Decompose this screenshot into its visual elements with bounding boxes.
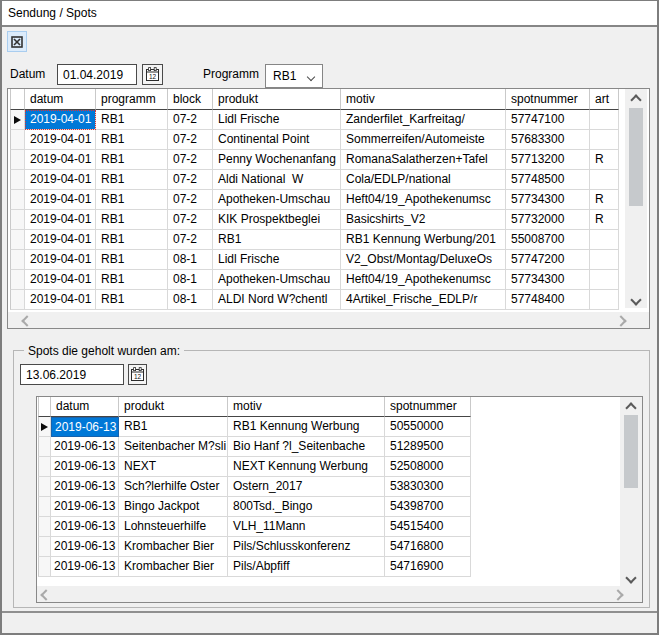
cell-motiv[interactable]: RB1 Kennung Werbung/201 xyxy=(341,230,506,250)
cell-spotnummer[interactable]: 57683300 xyxy=(506,130,590,150)
cell-produkt[interactable]: ALDI Nord W?chentl xyxy=(213,290,341,310)
table-row[interactable]: 2019-04-01 RB1 07-2 Penny Wochenanfang R… xyxy=(10,150,619,170)
table-row[interactable]: 2019-06-13 Krombacher Bier Pils/Schlussk… xyxy=(38,537,471,557)
cell-datum[interactable]: 2019-04-01 xyxy=(25,250,96,270)
cell-produkt[interactable]: Aldi National W xyxy=(213,170,341,190)
table-row[interactable]: 2019-04-01 RB1 08-1 Apotheken-Umschau He… xyxy=(10,270,619,290)
column-header-produkt[interactable]: produkt xyxy=(213,89,341,110)
cell-art[interactable] xyxy=(590,290,619,310)
cell-block[interactable]: 08-1 xyxy=(168,250,213,270)
cell-block[interactable]: 07-2 xyxy=(168,150,213,170)
row-selector[interactable] xyxy=(10,130,25,150)
cell-spotnummer[interactable]: 54716900 xyxy=(385,557,471,577)
cell-art[interactable] xyxy=(590,130,619,150)
cell-block[interactable]: 07-2 xyxy=(168,190,213,210)
cell-datum[interactable]: 2019-06-13 xyxy=(51,417,119,437)
cell-spotnummer[interactable]: 54515400 xyxy=(385,517,471,537)
column-header-art[interactable]: art xyxy=(590,89,619,110)
vertical-scrollbar[interactable] xyxy=(620,397,642,586)
cell-motiv[interactable]: 800Tsd._Bingo xyxy=(228,497,385,517)
horizontal-scrollbar[interactable] xyxy=(8,312,649,328)
datum-input[interactable] xyxy=(57,64,137,85)
cell-programm[interactable]: RB1 xyxy=(96,170,168,190)
cell-block[interactable]: 07-2 xyxy=(168,110,213,130)
geholt-calendar-button[interactable]: 12 xyxy=(128,364,147,385)
table-row[interactable]: 2019-04-01 RB1 08-1 ALDI Nord W?chentl 4… xyxy=(10,290,619,310)
cell-motiv[interactable]: Pils/Abpfiff xyxy=(228,557,385,577)
cell-datum[interactable]: 2019-06-13 xyxy=(51,437,119,457)
cell-programm[interactable]: RB1 xyxy=(96,250,168,270)
cell-datum[interactable]: 2019-06-13 xyxy=(51,537,119,557)
table-row[interactable]: 2019-06-13 Lohnsteuerhilfe VLH_11Mann 54… xyxy=(38,517,471,537)
cell-produkt[interactable]: Seitenbacher M?sli xyxy=(119,437,228,457)
row-selector-header[interactable] xyxy=(10,89,25,110)
cell-spotnummer[interactable]: 52508000 xyxy=(385,457,471,477)
cell-datum[interactable]: 2019-06-13 xyxy=(51,497,119,517)
cell-spotnummer[interactable]: 57734300 xyxy=(506,190,590,210)
cell-datum[interactable]: 2019-06-13 xyxy=(51,457,119,477)
cell-motiv[interactable]: RB1 Kennung Werbung xyxy=(228,417,385,437)
row-selector[interactable] xyxy=(38,457,51,477)
cell-produkt[interactable]: Penny Wochenanfang xyxy=(213,150,341,170)
cell-programm[interactable]: RB1 xyxy=(96,230,168,250)
cell-block[interactable]: 08-1 xyxy=(168,270,213,290)
row-selector[interactable] xyxy=(10,250,25,270)
cell-art[interactable] xyxy=(590,270,619,290)
column-header-motiv[interactable]: motiv xyxy=(228,397,385,417)
cell-motiv[interactable]: RomanaSalatherzen+Tafel xyxy=(341,150,506,170)
cell-datum[interactable]: 2019-04-01 xyxy=(25,170,96,190)
cell-produkt[interactable]: RB1 xyxy=(119,417,228,437)
row-selector[interactable] xyxy=(10,190,25,210)
cell-datum[interactable]: 2019-04-01 xyxy=(25,190,96,210)
scrollbar-thumb[interactable] xyxy=(629,108,643,206)
cell-spotnummer[interactable]: 57748500 xyxy=(506,170,590,190)
table-row[interactable]: 2019-04-01 RB1 07-2 RB1 RB1 Kennung Werb… xyxy=(10,230,619,250)
cell-spotnummer[interactable]: 57747200 xyxy=(506,250,590,270)
row-selector[interactable] xyxy=(38,557,51,577)
cell-spotnummer[interactable]: 57734300 xyxy=(506,270,590,290)
row-selector[interactable] xyxy=(10,210,25,230)
table-row[interactable]: 2019-06-13 Krombacher Bier Pils/Abpfiff … xyxy=(38,557,471,577)
cell-art[interactable]: R xyxy=(590,150,619,170)
row-selector[interactable] xyxy=(38,497,51,517)
table-row[interactable]: 2019-06-13 Sch?lerhilfe Oster Ostern_201… xyxy=(38,477,471,497)
table-row[interactable]: 2019-04-01 RB1 07-2 Apotheken-Umschau He… xyxy=(10,190,619,210)
column-header-datum[interactable]: datum xyxy=(51,397,119,417)
column-header-programm[interactable]: programm xyxy=(96,89,168,110)
cell-art[interactable] xyxy=(590,230,619,250)
cell-spotnummer[interactable]: 54716800 xyxy=(385,537,471,557)
column-header-produkt[interactable]: produkt xyxy=(119,397,228,417)
row-selector[interactable] xyxy=(38,437,51,457)
table-row[interactable]: 2019-04-01 RB1 07-2 KIK Prospektbeglei B… xyxy=(10,210,619,230)
cell-produkt[interactable]: NEXT xyxy=(119,457,228,477)
cell-programm[interactable]: RB1 xyxy=(96,150,168,170)
cell-art[interactable] xyxy=(590,170,619,190)
table-row[interactable]: 2019-04-01 RB1 07-2 Aldi National W Cola… xyxy=(10,170,619,190)
scroll-down-button[interactable] xyxy=(620,569,642,586)
cell-produkt[interactable]: Krombacher Bier xyxy=(119,557,228,577)
cell-datum[interactable]: 2019-04-01 xyxy=(25,150,96,170)
cell-produkt[interactable]: Sch?lerhilfe Oster xyxy=(119,477,228,497)
cell-block[interactable]: 08-1 xyxy=(168,290,213,310)
cell-datum[interactable]: 2019-04-01 xyxy=(25,210,96,230)
row-selector[interactable] xyxy=(10,170,25,190)
row-selector[interactable] xyxy=(10,150,25,170)
cell-spotnummer[interactable]: 57748400 xyxy=(506,290,590,310)
cell-spotnummer[interactable]: 53830300 xyxy=(385,477,471,497)
cell-produkt[interactable]: Lidl Frische xyxy=(213,250,341,270)
cell-programm[interactable]: RB1 xyxy=(96,110,168,130)
cell-motiv[interactable]: Heft04/19_Apothekenumsc xyxy=(341,270,506,290)
table-row[interactable]: 2019-04-01 RB1 08-1 Lidl Frische V2_Obst… xyxy=(10,250,619,270)
cell-programm[interactable]: RB1 xyxy=(96,210,168,230)
cell-motiv[interactable]: Sommerreifen/Automeiste xyxy=(341,130,506,150)
table-row[interactable]: 2019-06-13 NEXT NEXT Kennung Werbung 525… xyxy=(38,457,471,477)
table-row[interactable]: 2019-06-13 Bingo Jackpot 800Tsd._Bingo 5… xyxy=(38,497,471,517)
cell-motiv[interactable]: Bio Hanf ?l_Seitenbache xyxy=(228,437,385,457)
cell-art[interactable] xyxy=(590,250,619,270)
row-selector-header[interactable] xyxy=(38,397,51,417)
row-selector[interactable] xyxy=(10,290,25,310)
cell-art[interactable]: R xyxy=(590,190,619,210)
cell-produkt[interactable]: Apotheken-Umschau xyxy=(213,190,341,210)
row-selector[interactable] xyxy=(10,230,25,250)
cell-spotnummer[interactable]: 54398700 xyxy=(385,497,471,517)
